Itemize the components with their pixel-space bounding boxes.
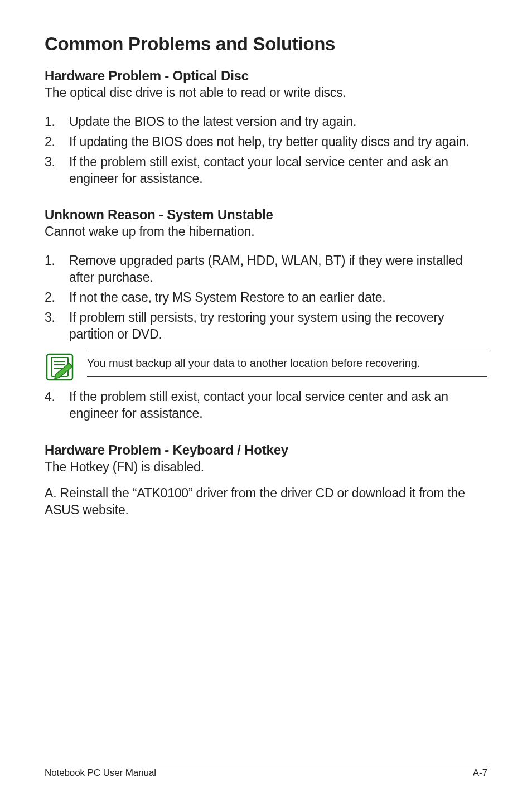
section-system-unstable: Unknown Reason - System Unstable Cannot … [45,207,487,422]
page-title: Common Problems and Solutions [45,33,487,55]
section-optical-disc: Hardware Problem - Optical Disc The opti… [45,68,487,187]
list-text: Remove upgraded parts (RAM, HDD, WLAN, B… [69,253,487,286]
list-number: 3. [45,154,69,187]
list-number: 2. [45,289,69,306]
list-number: 2. [45,134,69,151]
page-footer: Notebook PC User Manual A-7 [45,764,487,779]
list-item: 2. If not the case, try MS System Restor… [45,289,487,306]
list-item: 3. If problem still persists, try restor… [45,310,487,343]
list-item: 1. Remove upgraded parts (RAM, HDD, WLAN… [45,253,487,286]
section-intro: Cannot wake up from the hibernation. [45,224,487,240]
note-text-wrap: You must backup all your data to another… [87,351,487,377]
list-text: If updating the BIOS does not help, try … [69,134,487,151]
section-intro: The optical disc drive is not able to re… [45,85,487,102]
list-item: 2. If updating the BIOS does not help, t… [45,134,487,151]
list-number: 4. [45,389,69,422]
list-number: 1. [45,253,69,286]
list-item: 1. Update the BIOS to the latest version… [45,114,487,131]
list-number: 1. [45,114,69,131]
list-text: If the problem still exist, contact your… [69,389,487,422]
section-heading: Hardware Problem - Keyboard / Hotkey [45,442,487,458]
list-item: 3. If the problem still exist, contact y… [45,154,487,187]
note-text: You must backup all your data to another… [87,356,487,371]
list-text: If not the case, try MS System Restore t… [69,289,487,306]
footer-right: A-7 [473,767,487,779]
list-text: Update the BIOS to the latest version an… [69,114,487,131]
section-heading: Unknown Reason - System Unstable [45,207,487,223]
note-callout: You must backup all your data to another… [45,351,487,381]
list-text: If problem still persists, try restoring… [69,310,487,343]
section-intro: The Hotkey (FN) is disabled. [45,459,487,476]
list-item: 4. If the problem still exist, contact y… [45,389,487,422]
note-icon [46,353,74,381]
section-heading: Hardware Problem - Optical Disc [45,68,487,84]
footer-left: Notebook PC User Manual [45,767,156,779]
list-text: If the problem still exist, contact your… [69,154,487,187]
list-number: 3. [45,310,69,343]
section-keyboard-hotkey: Hardware Problem - Keyboard / Hotkey The… [45,442,487,519]
section-body: A. Reinstall the “ATK0100” driver from t… [45,485,487,519]
